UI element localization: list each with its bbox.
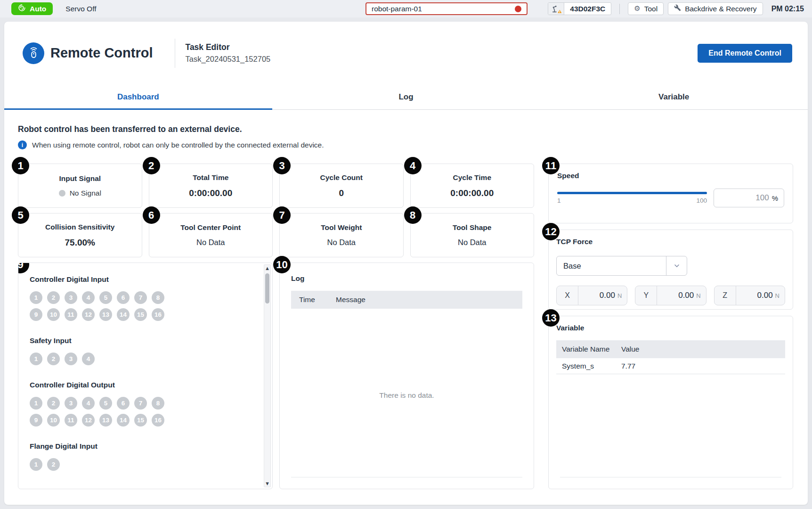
io-indicator: 2 — [47, 458, 60, 471]
scroll-down-icon[interactable]: ▼ — [264, 480, 270, 487]
tcp-force-axis-x: X 0.00 N — [556, 286, 627, 305]
mode-badge-auto[interactable]: Auto — [11, 2, 53, 15]
stat-card-input-signal: 1 Input Signal No Signal — [18, 164, 142, 208]
clock: PM 02:15 — [771, 5, 804, 13]
io-section-title: Flange Digital Input — [30, 442, 253, 451]
step-badge-11: 11 — [542, 157, 560, 174]
tab-variable[interactable]: Variable — [540, 84, 808, 109]
io-indicator: 13 — [99, 414, 112, 427]
stat-card-title: Tool Weight — [321, 223, 362, 232]
step-badge: 5 — [12, 206, 29, 224]
io-indicator: 2 — [47, 291, 60, 304]
io-section-title: Controller Digital Input — [30, 275, 253, 284]
scroll-up-icon[interactable]: ▲ — [264, 265, 270, 271]
speed-slider[interactable] — [557, 192, 707, 194]
stat-card-title: Tool Center Point — [180, 223, 241, 232]
signal-text: No Signal — [70, 189, 101, 197]
tool-button[interactable]: ⚙ Tool — [628, 2, 664, 15]
io-indicator: 14 — [117, 308, 130, 321]
speed-title: Speed — [557, 172, 784, 180]
axis-unit: N — [617, 292, 622, 299]
tab-label: Variable — [658, 92, 689, 102]
step-badge-10: 10 — [273, 256, 291, 273]
stat-card-tool-weight: 7 Tool Weight No Data — [279, 213, 404, 257]
robot-id-box[interactable]: 43D02F3C — [548, 2, 611, 15]
tcp-force-card: 12 TCP Force Base X 0.00 N Y 0.00 N Z — [548, 230, 793, 310]
task-context: Task Editor Task_20240531_152705 — [186, 42, 271, 64]
io-indicator: 9 — [30, 414, 42, 427]
axis-label: Z — [715, 286, 736, 305]
io-indicator: 15 — [134, 308, 147, 321]
axis-value-box: 0.00 N — [578, 286, 627, 305]
tab-bar: DashboardLogVariable — [4, 84, 808, 110]
step-badge-13: 13 — [542, 309, 560, 327]
variable-col-name: Variable Name — [562, 345, 621, 353]
io-indicator: 12 — [82, 414, 95, 427]
backdrive-recovery-button[interactable]: Backdrive & Recovery — [668, 2, 763, 15]
stat-card-cycle-time: 4 Cycle Time 0:00:00.00 — [410, 164, 535, 208]
variable-col-value: Value — [621, 345, 640, 353]
io-section-title: Controller Digital Output — [30, 381, 253, 389]
task-context-title: Task Editor — [186, 42, 271, 52]
speed-slider-labels: 1 100 — [557, 197, 707, 204]
stat-card-title: Cycle Count — [320, 173, 363, 182]
step-badge: 8 — [404, 206, 422, 224]
io-indicator: 9 — [30, 308, 42, 321]
io-indicator: 4 — [82, 291, 95, 304]
io-scrollbar[interactable]: ▲ ▼ — [264, 264, 271, 487]
notice-info-text: When using remote control, robot can onl… — [32, 141, 324, 149]
axis-value-box: 0.00 N — [657, 286, 706, 305]
backdrive-button-label: Backdrive & Recovery — [685, 5, 756, 13]
gear-icon: ⚙ — [634, 5, 640, 12]
variable-row: System_s 7.77 — [556, 358, 785, 374]
scrollbar-thumb[interactable] — [265, 273, 269, 304]
top-bar-right-group: 43D02F3C ⚙ Tool Backdrive & Recovery PM … — [548, 2, 812, 15]
stat-card-value: No Data — [196, 238, 225, 247]
io-indicator: 1 — [30, 458, 42, 471]
robot-warning-icon — [548, 3, 564, 15]
io-indicator: 6 — [117, 291, 130, 304]
remote-control-icon — [23, 42, 44, 64]
stat-card-tool-shape: 8 Tool Shape No Data — [410, 213, 535, 257]
chevron-down-icon — [666, 256, 687, 275]
stat-card-title: Collision Sensitivity — [45, 223, 114, 231]
step-badge: 4 — [404, 157, 422, 174]
tab-log[interactable]: Log — [272, 84, 540, 109]
status-dot-red — [515, 6, 521, 12]
step-badge: 6 — [143, 206, 160, 224]
tab-label: Log — [398, 92, 413, 102]
tcp-force-frame-dropdown[interactable]: Base — [556, 256, 687, 276]
io-indicator: 8 — [152, 397, 164, 410]
io-section-controller-digital-output: Controller Digital Output 12345678910111… — [30, 381, 253, 427]
digital-io-card: 9 Controller Digital Input 1234567891011… — [18, 263, 273, 489]
io-indicator: 5 — [99, 397, 112, 410]
io-indicator: 6 — [117, 397, 130, 410]
stat-card-collision-sensitivity: 5 Collision Sensitivity 75.00% — [18, 213, 142, 257]
page-header: Remote Control Task Editor Task_20240531… — [4, 22, 808, 84]
page-title: Remote Control — [50, 45, 153, 61]
speed-value-input[interactable]: 100 % — [714, 189, 784, 207]
tab-dashboard[interactable]: Dashboard — [4, 84, 272, 109]
io-indicator: 4 — [82, 353, 95, 365]
io-indicator: 3 — [65, 397, 77, 410]
io-section-controller-digital-input: Controller Digital Input 123456789101112… — [30, 275, 253, 321]
axis-unit: N — [696, 292, 700, 299]
no-signal-dot — [59, 190, 65, 197]
io-indicator: 4 — [82, 397, 95, 410]
axis-label: X — [557, 286, 578, 305]
stat-card-title: Tool Shape — [453, 223, 491, 232]
axis-value: 0.00 — [757, 291, 773, 300]
stat-card-value: 0 — [339, 188, 344, 198]
io-indicator: 10 — [47, 414, 60, 427]
axis-unit: N — [775, 292, 780, 299]
io-indicator-grid: 12345678910111213141516 — [30, 397, 253, 427]
axis-value-box: 0.00 N — [736, 286, 785, 305]
io-indicator: 15 — [134, 414, 147, 427]
program-name-field[interactable]: robot-param-01 — [365, 2, 528, 15]
stat-card-value: No Signal — [59, 189, 101, 197]
tcp-force-axis-y: Y 0.00 N — [635, 286, 706, 305]
task-name: Task_20240531_152705 — [186, 55, 271, 64]
log-col-message: Message — [336, 296, 365, 304]
end-remote-control-button[interactable]: End Remote Control — [698, 44, 792, 63]
top-bar-divider — [619, 4, 620, 14]
